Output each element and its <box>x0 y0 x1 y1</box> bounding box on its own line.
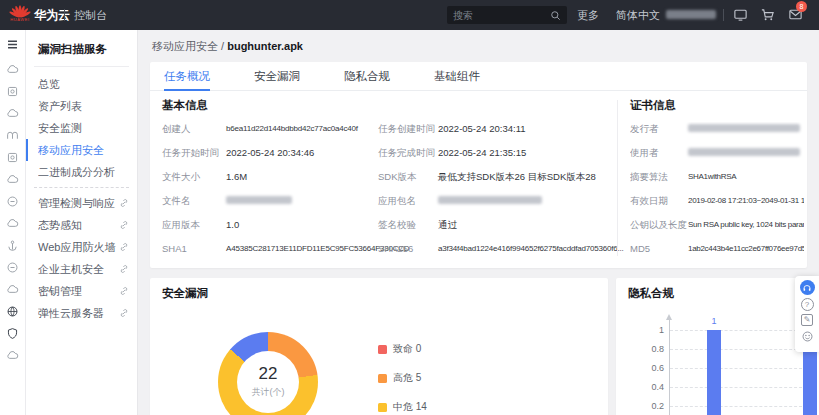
mail-badge: 8 <box>796 1 807 12</box>
huawei-logo-text: HUAWEI <box>10 18 29 22</box>
cloud-service-icon[interactable] <box>6 107 19 120</box>
top-header: HUAWEI 华为云 控制台 更多 简体中文 8 <box>0 0 819 30</box>
y-tick: 0.6 <box>636 363 664 373</box>
info-row: 有效日期2019-02-08 17:21:03~2049-01-31 17:21… <box>630 194 804 218</box>
gridline <box>670 368 812 369</box>
info-row: 文件大小1.6M <box>162 170 376 194</box>
sidebar-item-host-security[interactable]: 企业主机安全 <box>26 258 137 280</box>
tab-security-vulnerabilities[interactable]: 安全漏洞 <box>254 62 300 91</box>
customer-service-icon[interactable] <box>800 280 815 295</box>
sidebar-item-mobile-app-security[interactable]: 移动应用安全 <box>26 139 137 161</box>
cloud-service-icon[interactable] <box>6 173 19 186</box>
external-link-icon <box>119 198 129 208</box>
sidebar: 漏洞扫描服务 总览 资产列表 安全监测 移动应用安全 二进制成分分析 管理检测与… <box>26 30 138 415</box>
help-icon[interactable]: ? <box>801 298 814 311</box>
service-icon-rail <box>0 30 26 415</box>
sidebar-item-security-monitor[interactable]: 安全监测 <box>26 117 137 139</box>
external-link-icon <box>119 220 129 230</box>
vertical-divider <box>617 100 618 256</box>
sidebar-item-binary-analysis[interactable]: 二进制成分分析 <box>26 161 137 183</box>
info-row: MD51ab2c443b4e11cc2e67ff076ee97d500 <box>630 242 804 266</box>
info-row: 使用者 <box>630 146 804 170</box>
sidebar-item-asset-list[interactable]: 资产列表 <box>26 95 137 117</box>
external-link-icon <box>119 264 129 274</box>
circle-service-icon[interactable] <box>6 261 19 274</box>
blurred-issuer <box>688 124 800 132</box>
cert-info-column: 发行者 使用者 摘要算法SHA1withRSA 有效日期2019-02-08 1… <box>630 122 804 266</box>
legend-item-critical[interactable]: 致命 0 <box>378 342 427 356</box>
satisfaction-smiley-icon[interactable] <box>801 329 814 342</box>
sidebar-item-mdr[interactable]: 管理检测与响应 <box>26 192 137 214</box>
vulnerability-legend: 致命 0 高危 5 中危 14 <box>378 342 427 415</box>
search-icon <box>550 10 561 21</box>
info-row: 签名校验通过 <box>378 218 616 242</box>
tab-privacy-compliance[interactable]: 隐私合规 <box>344 62 390 91</box>
search-input[interactable] <box>453 10 550 21</box>
console-monitor-icon[interactable] <box>733 7 749 23</box>
circle-service-icon[interactable] <box>6 195 19 208</box>
sidebar-item-waf[interactable]: Web应用防火墙 <box>26 236 137 258</box>
sidebar-item-kms[interactable]: 密钥管理 <box>26 280 137 302</box>
info-row: 文件名 <box>162 194 376 218</box>
blurred-package-name <box>438 196 542 204</box>
info-row: 发行者 <box>630 122 804 146</box>
gridline <box>670 349 812 350</box>
bar-value-label: 1 <box>704 316 724 326</box>
basic-info-title: 基本信息 <box>162 98 208 113</box>
cloud-service-icon[interactable] <box>6 63 19 76</box>
cert-info-title: 证书信息 <box>630 98 676 113</box>
cart-icon[interactable] <box>760 7 776 23</box>
gridline <box>670 406 812 407</box>
cloud-service-icon[interactable] <box>6 283 19 296</box>
y-tick: 0.8 <box>636 344 664 354</box>
info-row: SHA1A45385C281713E11DFD11E5C95FC53664F33… <box>162 242 376 266</box>
huawei-logo-icon[interactable]: HUAWEI <box>8 3 32 27</box>
sidebar-item-overview[interactable]: 总览 <box>26 73 137 95</box>
breadcrumb: 移动应用安全 / bughunter.apk <box>152 39 303 54</box>
legend-item-medium[interactable]: 中危 14 <box>378 400 427 414</box>
cloud-service-icon[interactable] <box>6 217 19 230</box>
language-switcher[interactable]: 简体中文 <box>616 0 660 30</box>
external-link-icon <box>119 308 129 318</box>
info-row: 任务开始时间2022-05-24 20:34:46 <box>162 146 376 170</box>
box-service-icon[interactable] <box>6 151 19 164</box>
sidebar-divider <box>34 66 129 67</box>
external-link-icon <box>119 286 129 296</box>
shield-icon[interactable] <box>6 327 19 340</box>
detail-tabs: 任务概况 安全漏洞 隐私合规 基础组件 <box>150 62 807 91</box>
info-row: 公钥以及长度Sun RSA public key, 1024 bits para… <box>630 218 804 242</box>
gauge-icon[interactable] <box>6 129 19 142</box>
gridline <box>670 330 812 331</box>
y-tick: 1 <box>636 325 664 335</box>
account-name-blurred[interactable] <box>666 10 716 19</box>
cloud-service-icon[interactable] <box>6 349 19 362</box>
sidebar-item-ecs[interactable]: 弹性云服务器 <box>26 302 137 324</box>
page: HUAWEI 华为云 控制台 更多 简体中文 8 <box>0 0 819 415</box>
tab-base-components[interactable]: 基础组件 <box>434 62 480 91</box>
legend-item-high[interactable]: 高危 5 <box>378 371 427 385</box>
feedback-edit-icon[interactable]: ✎ <box>801 314 813 326</box>
console-link[interactable]: 控制台 <box>74 0 107 30</box>
more-menu[interactable]: 更多 <box>577 0 599 30</box>
info-row: 任务创建时间2022-05-24 20:34:11 <box>378 122 616 146</box>
privacy-bar-chart: 1 0.8 0.6 0.4 0.2 1 1 <box>616 278 819 415</box>
info-row: 任务完成时间2022-05-24 21:35:15 <box>378 146 616 170</box>
header-divider <box>723 9 724 21</box>
header-divider <box>64 9 65 21</box>
menu-toggle-icon[interactable] <box>6 38 20 52</box>
globe-icon[interactable] <box>6 305 19 318</box>
breadcrumb-parent[interactable]: 移动应用安全 <box>152 40 218 52</box>
basic-info-mid-column: 任务创建时间2022-05-24 20:34:11 任务完成时间2022-05-… <box>378 122 616 266</box>
sidebar-title: 漏洞扫描服务 <box>26 30 137 57</box>
tab-task-overview[interactable]: 任务概况 <box>164 62 210 91</box>
sidebar-item-situation-awareness[interactable]: 态势感知 <box>26 214 137 236</box>
blurred-filename <box>226 196 292 204</box>
task-overview-panel: 任务概况 安全漏洞 隐私合规 基础组件 基本信息 创建人b6ea11d22d14… <box>150 62 807 268</box>
header-search[interactable] <box>447 6 567 24</box>
anchor-icon[interactable] <box>6 239 19 252</box>
box-service-icon[interactable] <box>6 85 19 98</box>
info-row: 应用版本1.0 <box>162 218 376 242</box>
privacy-panel: 隐私合规 1 0.8 0.6 0.4 0.2 1 1 <box>616 278 819 415</box>
legend-swatch <box>378 345 387 354</box>
breadcrumb-current: bughunter.apk <box>227 40 303 52</box>
